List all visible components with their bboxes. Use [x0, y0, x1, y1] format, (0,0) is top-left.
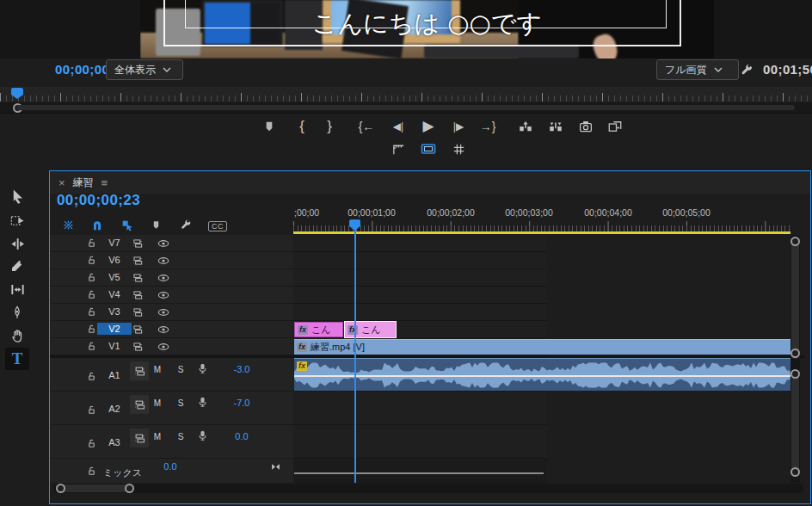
- sync-lock-icon[interactable]: [130, 429, 149, 447]
- play-button[interactable]: ▶: [417, 115, 440, 136]
- timeline-lane-a2[interactable]: [293, 392, 547, 425]
- program-monitor-preview[interactable]: こんにちは ○○です: [140, 0, 714, 59]
- sync-lock-icon[interactable]: [132, 341, 144, 353]
- solo-button[interactable]: S: [175, 432, 187, 441]
- track-output-eye-icon[interactable]: [157, 305, 170, 319]
- voiceover-mic-icon[interactable]: [196, 362, 209, 375]
- monitor-quality-select[interactable]: フル画質: [656, 59, 739, 80]
- sync-lock-icon[interactable]: [132, 289, 144, 301]
- audio-scroll-thumb[interactable]: [791, 371, 799, 474]
- linked-selection-button[interactable]: [116, 216, 138, 234]
- active-overlay-button[interactable]: [417, 139, 440, 159]
- track-lock-icon[interactable]: [86, 272, 97, 283]
- hand-tool[interactable]: [5, 324, 29, 347]
- sync-lock-icon[interactable]: [132, 272, 144, 284]
- mix-gain-value[interactable]: 0.0: [146, 461, 194, 472]
- timeline-lane-v6[interactable]: [293, 252, 547, 269]
- track-output-eye-icon[interactable]: [157, 237, 170, 250]
- timeline-lane-v5[interactable]: [293, 269, 547, 287]
- mix-track-name[interactable]: ミックス: [103, 466, 142, 479]
- add-marker-button[interactable]: [258, 116, 280, 137]
- track-lock-icon[interactable]: [86, 289, 97, 300]
- scroll-handle[interactable]: [790, 467, 800, 477]
- graphic-clip-1[interactable]: fx こん: [294, 322, 343, 337]
- track-name[interactable]: A3: [97, 436, 132, 448]
- track-output-eye-icon[interactable]: [157, 288, 170, 302]
- monitor-zoom-scrollbar[interactable]: [0, 102, 812, 113]
- track-gain-value[interactable]: 0.0: [218, 431, 266, 441]
- panel-menu-icon[interactable]: ≡: [102, 176, 108, 189]
- close-icon[interactable]: ×: [58, 176, 65, 189]
- track-lock-icon[interactable]: [86, 466, 97, 477]
- h-scroll-thumb[interactable]: [58, 484, 131, 492]
- razor-tool[interactable]: [5, 255, 29, 277]
- comparison-view-button[interactable]: [604, 116, 626, 137]
- scroll-handle[interactable]: [790, 237, 800, 246]
- graphic-clip-2-selected[interactable]: fx こん: [344, 321, 397, 338]
- track-lock-icon[interactable]: [86, 324, 97, 335]
- solo-button[interactable]: S: [175, 398, 187, 408]
- track-lock-icon[interactable]: [86, 255, 97, 266]
- voiceover-mic-icon[interactable]: [196, 429, 209, 442]
- timeline-tab-label[interactable]: 練習: [73, 176, 94, 190]
- track-lock-icon[interactable]: [86, 341, 97, 352]
- h-scroll-handle-left[interactable]: [56, 484, 65, 493]
- track-name[interactable]: V1: [97, 340, 132, 352]
- track-lock-icon[interactable]: [86, 438, 97, 449]
- mute-button[interactable]: M: [151, 398, 163, 408]
- timeline-lane-a3[interactable]: [293, 425, 547, 459]
- monitor-zoom-select[interactable]: 全体表示: [106, 59, 183, 80]
- video-scroll-thumb[interactable]: [791, 238, 799, 359]
- timeline-playhead-line[interactable]: [354, 230, 356, 483]
- go-to-out-button[interactable]: →}: [477, 116, 499, 137]
- safe-margins-button[interactable]: [387, 139, 409, 159]
- monitor-settings-button[interactable]: [736, 60, 755, 79]
- master-volume-band[interactable]: [294, 472, 544, 474]
- monitor-zoom-track[interactable]: [17, 105, 795, 110]
- sync-lock-icon[interactable]: [130, 361, 149, 380]
- timeline-timecode[interactable]: 00;00;00;23: [57, 192, 140, 209]
- timeline-vertical-scrollbar[interactable]: [790, 235, 800, 483]
- timeline-lane-v4[interactable]: [293, 287, 547, 304]
- mute-button[interactable]: M: [151, 432, 163, 441]
- track-name[interactable]: A2: [97, 403, 132, 415]
- video-clip-v1[interactable]: fx 練習.mp4 [V]: [294, 339, 790, 355]
- selection-tool[interactable]: [5, 185, 29, 207]
- caption-text[interactable]: こんにちは ○○です: [140, 7, 714, 41]
- timeline-lane-v7[interactable]: [293, 235, 547, 252]
- track-lock-icon[interactable]: [86, 238, 97, 249]
- sync-lock-icon[interactable]: [132, 238, 144, 250]
- timeline-settings-button[interactable]: [174, 216, 196, 234]
- type-tool[interactable]: T: [5, 348, 29, 370]
- slip-tool[interactable]: [5, 278, 29, 300]
- sync-lock-icon[interactable]: [132, 324, 144, 336]
- track-name[interactable]: V4: [97, 288, 132, 300]
- scroll-handle[interactable]: [790, 349, 800, 358]
- work-area-bar[interactable]: [293, 231, 790, 234]
- track-name[interactable]: V5: [97, 271, 132, 283]
- track-name[interactable]: V6: [97, 254, 132, 266]
- h-scroll-handle-right[interactable]: [125, 484, 134, 493]
- track-gain-value[interactable]: -7.0: [218, 398, 266, 408]
- nest-toggle-button[interactable]: [57, 216, 79, 234]
- track-name[interactable]: V7: [97, 237, 132, 249]
- volume-rubber-band[interactable]: [294, 375, 790, 377]
- track-output-eye-icon[interactable]: [157, 271, 170, 285]
- track-lock-icon[interactable]: [86, 306, 97, 318]
- scroll-handle[interactable]: [790, 369, 800, 379]
- collapse-tracks-icon[interactable]: [270, 461, 281, 472]
- mute-button[interactable]: M: [151, 365, 163, 374]
- track-output-eye-icon[interactable]: [157, 340, 170, 354]
- extract-button[interactable]: [544, 116, 567, 137]
- timeline-horizontal-scrollbar[interactable]: [53, 484, 803, 493]
- track-lock-icon[interactable]: [86, 371, 97, 382]
- sync-lock-icon[interactable]: [132, 255, 144, 267]
- pen-tool[interactable]: [5, 301, 29, 324]
- timeline-lane-mix[interactable]: [293, 459, 547, 483]
- monitor-time-ruler[interactable]: [0, 87, 812, 102]
- timeline-lane-v3[interactable]: [293, 304, 547, 321]
- lift-button[interactable]: [514, 116, 537, 137]
- export-frame-button[interactable]: [575, 116, 597, 137]
- go-to-in-button[interactable]: {←: [355, 116, 378, 137]
- ripple-edit-tool[interactable]: [5, 232, 29, 255]
